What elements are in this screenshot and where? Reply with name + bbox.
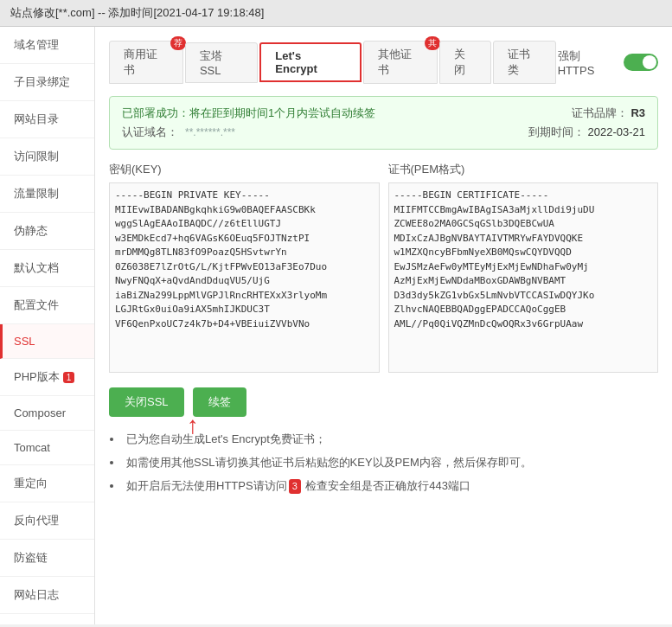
cert-label: 证书(PEM格式) bbox=[388, 162, 659, 177]
sidebar-item-composer[interactable]: Composer bbox=[0, 396, 94, 431]
title-text: 站点修改[**.com] -- 添加时间[2021-04-17 19:18:48… bbox=[10, 5, 264, 21]
tab-commercial-cert[interactable]: 商用证书荐 bbox=[109, 41, 183, 84]
key-textarea[interactable] bbox=[109, 182, 380, 373]
expire-value: 2022-03-21 bbox=[588, 125, 646, 138]
note-item-0: 已为您自动生成Let's Encrypt免费证书； bbox=[123, 431, 658, 449]
sidebar-item-default-doc[interactable]: 默认文档 bbox=[0, 250, 94, 287]
note-item-2: 如开启后无法使用HTTPS请访问3 检查安全组是否正确放行443端口 bbox=[123, 477, 658, 496]
key-label: 密钥(KEY) bbox=[109, 162, 380, 177]
sidebar-item-traffic-limit[interactable]: 流量限制 bbox=[0, 176, 94, 213]
close-ssl-button[interactable]: 关闭SSL bbox=[109, 387, 184, 417]
tab-lets-encrypt[interactable]: Let's Encrypt bbox=[259, 42, 362, 82]
success-box: 已部署成功：将在距到期时间1个月内尝试自动续签 认证域名： **.******.… bbox=[109, 96, 658, 150]
deployed-text: 已部署成功：将在距到期时间1个月内尝试自动续签 bbox=[122, 106, 375, 121]
sidebar-item-subdir-bind[interactable]: 子目录绑定 bbox=[0, 64, 94, 101]
brand-label: 证书品牌： R3 bbox=[528, 106, 645, 121]
sidebar-item-website-dir[interactable]: 网站目录 bbox=[0, 101, 94, 138]
sidebar-item-access-limit[interactable]: 访问限制 bbox=[0, 138, 94, 176]
tab-baota-ssl[interactable]: 宝塔SSL bbox=[185, 42, 258, 83]
domain-row: 认证域名： **.******.*** bbox=[122, 125, 375, 140]
success-right: 证书品牌： R3 到期时间： 2022-03-21 bbox=[528, 106, 645, 140]
brand-value: R3 bbox=[630, 106, 645, 119]
force-https-label: 强制HTTPS bbox=[558, 48, 617, 77]
domain-value: **.******.*** bbox=[185, 126, 235, 138]
title-bar: 站点修改[**.com] -- 添加时间[2021-04-17 19:18:48… bbox=[0, 0, 672, 27]
sidebar-item-site-log[interactable]: 网站日志 bbox=[0, 577, 94, 614]
content-area: 商用证书荐宝塔SSLLet's Encrypt其他证书其关闭证书类强制HTTPS… bbox=[95, 27, 672, 624]
key-section: 密钥(KEY) bbox=[109, 162, 380, 375]
domain-label: 认证域名： bbox=[122, 125, 178, 140]
key-cert-area: 密钥(KEY) 证书(PEM格式) bbox=[109, 162, 658, 375]
sidebar: 域名管理子目录绑定网站目录访问限制流量限制伪静态默认文档配置文件SSLPHP版本… bbox=[0, 27, 95, 624]
note-item-1: 如需使用其他SSL请切换其他证书后粘贴您的KEY以及PEM内容，然后保存即可。 bbox=[123, 454, 658, 472]
expire-label: 到期时间： 2022-03-21 bbox=[528, 125, 645, 140]
cert-textarea[interactable] bbox=[388, 182, 659, 373]
badge-3: 3 bbox=[289, 479, 301, 495]
force-https: 强制HTTPS bbox=[558, 48, 658, 77]
sidebar-item-reverse-proxy[interactable]: 反向代理 bbox=[0, 502, 94, 540]
sidebar-item-config-file[interactable]: 配置文件 bbox=[0, 287, 94, 324]
tabs-row: 商用证书荐宝塔SSLLet's Encrypt其他证书其关闭证书类强制HTTPS bbox=[109, 41, 658, 84]
force-https-toggle[interactable] bbox=[624, 54, 658, 71]
cert-section: 证书(PEM格式) bbox=[388, 162, 659, 375]
sidebar-item-php-version[interactable]: PHP版本1 bbox=[0, 359, 94, 396]
renew-button[interactable]: 续签 bbox=[193, 387, 246, 417]
sidebar-item-tomcat[interactable]: Tomcat bbox=[0, 431, 94, 465]
main-layout: 域名管理子目录绑定网站目录访问限制流量限制伪静态默认文档配置文件SSLPHP版本… bbox=[0, 27, 672, 624]
sidebar-item-hotlink-protect[interactable]: 防盗链 bbox=[0, 540, 94, 577]
arrow-indicator: ↑ bbox=[187, 413, 199, 438]
button-row: 关闭SSL 续签 ↑ bbox=[109, 387, 658, 417]
tab-other-cert[interactable]: 其他证书其 bbox=[363, 41, 438, 84]
notes-list: 已为您自动生成Let's Encrypt免费证书；如需使用其他SSL请切换其他证… bbox=[109, 431, 658, 495]
tab-close[interactable]: 关闭 bbox=[439, 41, 491, 84]
sidebar-item-domain-manage[interactable]: 域名管理 bbox=[0, 27, 94, 64]
success-left: 已部署成功：将在距到期时间1个月内尝试自动续签 认证域名： **.******.… bbox=[122, 106, 375, 140]
tab-cert-type[interactable]: 证书类 bbox=[493, 41, 556, 84]
sidebar-item-ssl[interactable]: SSL bbox=[0, 324, 94, 359]
sidebar-item-pseudo-static[interactable]: 伪静态 bbox=[0, 213, 94, 250]
sidebar-item-redirect[interactable]: 重定向 bbox=[0, 465, 94, 502]
